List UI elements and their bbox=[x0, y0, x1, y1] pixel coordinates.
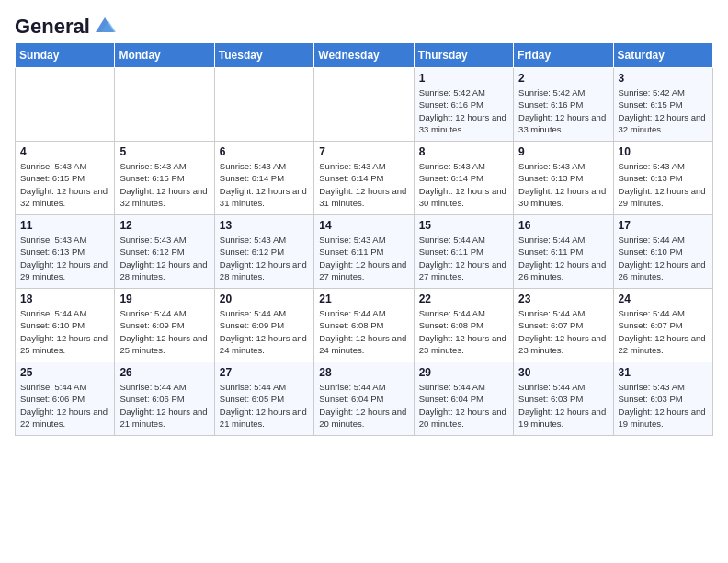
day-number: 30 bbox=[518, 366, 608, 379]
day-number: 6 bbox=[220, 145, 309, 158]
logo-icon bbox=[92, 16, 118, 36]
day-header-monday: Monday bbox=[115, 43, 214, 68]
cell-data: Sunrise: 5:44 AM Sunset: 6:04 PM Dayligh… bbox=[319, 381, 408, 430]
calendar-cell bbox=[214, 68, 313, 142]
cell-data: Sunrise: 5:43 AM Sunset: 6:12 PM Dayligh… bbox=[220, 234, 309, 282]
cell-data: Sunrise: 5:43 AM Sunset: 6:03 PM Dayligh… bbox=[619, 381, 708, 430]
cell-data: Sunrise: 5:43 AM Sunset: 6:12 PM Dayligh… bbox=[119, 234, 209, 282]
day-number: 18 bbox=[20, 293, 109, 305]
calendar-cell: 2Sunrise: 5:42 AM Sunset: 6:16 PM Daylig… bbox=[514, 68, 613, 142]
cell-data: Sunrise: 5:43 AM Sunset: 6:14 PM Dayligh… bbox=[220, 160, 309, 209]
cell-data: Sunrise: 5:43 AM Sunset: 6:14 PM Dayligh… bbox=[419, 160, 508, 209]
cell-data: Sunrise: 5:44 AM Sunset: 6:04 PM Dayligh… bbox=[419, 381, 508, 430]
day-number: 13 bbox=[220, 219, 309, 232]
day-number: 21 bbox=[319, 293, 408, 305]
day-number: 20 bbox=[220, 293, 309, 305]
cell-data: Sunrise: 5:44 AM Sunset: 6:08 PM Dayligh… bbox=[319, 307, 408, 356]
day-number: 1 bbox=[419, 72, 508, 85]
calendar-cell: 13Sunrise: 5:43 AM Sunset: 6:12 PM Dayli… bbox=[214, 215, 313, 289]
calendar-cell: 30Sunrise: 5:44 AM Sunset: 6:03 PM Dayli… bbox=[514, 362, 613, 436]
day-number: 10 bbox=[619, 145, 708, 158]
cell-data: Sunrise: 5:44 AM Sunset: 6:11 PM Dayligh… bbox=[518, 234, 608, 282]
logo: General bbox=[15, 15, 118, 35]
calendar-cell: 21Sunrise: 5:44 AM Sunset: 6:08 PM Dayli… bbox=[314, 289, 414, 362]
day-number: 11 bbox=[20, 219, 109, 232]
calendar-week-row: 1Sunrise: 5:42 AM Sunset: 6:16 PM Daylig… bbox=[16, 68, 713, 142]
cell-data: Sunrise: 5:43 AM Sunset: 6:13 PM Dayligh… bbox=[619, 160, 708, 209]
cell-data: Sunrise: 5:44 AM Sunset: 6:09 PM Dayligh… bbox=[220, 307, 309, 356]
calendar-cell: 3Sunrise: 5:42 AM Sunset: 6:15 PM Daylig… bbox=[613, 68, 712, 142]
calendar-week-row: 25Sunrise: 5:44 AM Sunset: 6:06 PM Dayli… bbox=[16, 362, 713, 436]
day-number: 19 bbox=[119, 293, 209, 305]
calendar-cell: 19Sunrise: 5:44 AM Sunset: 6:09 PM Dayli… bbox=[115, 289, 214, 362]
calendar-cell: 15Sunrise: 5:44 AM Sunset: 6:11 PM Dayli… bbox=[414, 215, 513, 289]
day-header-friday: Friday bbox=[514, 43, 613, 68]
calendar-cell: 7Sunrise: 5:43 AM Sunset: 6:14 PM Daylig… bbox=[314, 142, 414, 215]
cell-data: Sunrise: 5:44 AM Sunset: 6:03 PM Dayligh… bbox=[518, 381, 608, 430]
calendar-cell: 11Sunrise: 5:43 AM Sunset: 6:13 PM Dayli… bbox=[16, 215, 115, 289]
day-number: 5 bbox=[119, 145, 209, 158]
calendar-week-row: 11Sunrise: 5:43 AM Sunset: 6:13 PM Dayli… bbox=[16, 215, 713, 289]
calendar-cell: 8Sunrise: 5:43 AM Sunset: 6:14 PM Daylig… bbox=[414, 142, 513, 215]
calendar-header-row: SundayMondayTuesdayWednesdayThursdayFrid… bbox=[16, 43, 713, 68]
cell-data: Sunrise: 5:43 AM Sunset: 6:13 PM Dayligh… bbox=[20, 234, 109, 282]
cell-data: Sunrise: 5:44 AM Sunset: 6:09 PM Dayligh… bbox=[119, 307, 209, 356]
calendar-cell: 18Sunrise: 5:44 AM Sunset: 6:10 PM Dayli… bbox=[16, 289, 115, 362]
day-number: 3 bbox=[619, 72, 708, 85]
calendar-week-row: 18Sunrise: 5:44 AM Sunset: 6:10 PM Dayli… bbox=[16, 289, 713, 362]
day-number: 26 bbox=[119, 366, 209, 379]
cell-data: Sunrise: 5:42 AM Sunset: 6:16 PM Dayligh… bbox=[419, 86, 508, 135]
cell-data: Sunrise: 5:44 AM Sunset: 6:10 PM Dayligh… bbox=[619, 234, 708, 282]
day-number: 31 bbox=[619, 366, 708, 379]
logo-general: General bbox=[15, 15, 90, 39]
cell-data: Sunrise: 5:43 AM Sunset: 6:11 PM Dayligh… bbox=[319, 234, 408, 282]
cell-data: Sunrise: 5:44 AM Sunset: 6:06 PM Dayligh… bbox=[20, 381, 109, 430]
cell-data: Sunrise: 5:44 AM Sunset: 6:06 PM Dayligh… bbox=[119, 381, 209, 430]
day-header-saturday: Saturday bbox=[613, 43, 712, 68]
calendar-cell: 14Sunrise: 5:43 AM Sunset: 6:11 PM Dayli… bbox=[314, 215, 414, 289]
cell-data: Sunrise: 5:44 AM Sunset: 6:11 PM Dayligh… bbox=[419, 234, 508, 282]
day-number: 9 bbox=[518, 145, 608, 158]
page-header: General bbox=[15, 15, 713, 35]
calendar-cell: 23Sunrise: 5:44 AM Sunset: 6:07 PM Dayli… bbox=[514, 289, 613, 362]
calendar-cell bbox=[16, 68, 115, 142]
day-number: 24 bbox=[619, 293, 708, 305]
day-number: 17 bbox=[619, 219, 708, 232]
day-header-sunday: Sunday bbox=[16, 43, 115, 68]
calendar-cell: 27Sunrise: 5:44 AM Sunset: 6:05 PM Dayli… bbox=[214, 362, 313, 436]
cell-data: Sunrise: 5:43 AM Sunset: 6:15 PM Dayligh… bbox=[20, 160, 109, 209]
day-header-tuesday: Tuesday bbox=[214, 43, 313, 68]
calendar-cell: 31Sunrise: 5:43 AM Sunset: 6:03 PM Dayli… bbox=[613, 362, 712, 436]
calendar-table: SundayMondayTuesdayWednesdayThursdayFrid… bbox=[15, 42, 713, 436]
day-number: 16 bbox=[518, 219, 608, 232]
day-header-thursday: Thursday bbox=[414, 43, 513, 68]
day-number: 25 bbox=[20, 366, 109, 379]
day-number: 7 bbox=[319, 145, 408, 158]
cell-data: Sunrise: 5:44 AM Sunset: 6:08 PM Dayligh… bbox=[419, 307, 508, 356]
day-number: 29 bbox=[419, 366, 508, 379]
calendar-cell: 24Sunrise: 5:44 AM Sunset: 6:07 PM Dayli… bbox=[613, 289, 712, 362]
cell-data: Sunrise: 5:43 AM Sunset: 6:15 PM Dayligh… bbox=[119, 160, 209, 209]
cell-data: Sunrise: 5:42 AM Sunset: 6:16 PM Dayligh… bbox=[518, 86, 608, 135]
calendar-cell: 4Sunrise: 5:43 AM Sunset: 6:15 PM Daylig… bbox=[16, 142, 115, 215]
cell-data: Sunrise: 5:43 AM Sunset: 6:13 PM Dayligh… bbox=[518, 160, 608, 209]
day-number: 23 bbox=[518, 293, 608, 305]
day-number: 28 bbox=[319, 366, 408, 379]
cell-data: Sunrise: 5:44 AM Sunset: 6:07 PM Dayligh… bbox=[619, 307, 708, 356]
calendar-cell: 17Sunrise: 5:44 AM Sunset: 6:10 PM Dayli… bbox=[613, 215, 712, 289]
calendar-body: 1Sunrise: 5:42 AM Sunset: 6:16 PM Daylig… bbox=[16, 68, 713, 436]
calendar-cell: 28Sunrise: 5:44 AM Sunset: 6:04 PM Dayli… bbox=[314, 362, 414, 436]
day-number: 8 bbox=[419, 145, 508, 158]
calendar-cell: 26Sunrise: 5:44 AM Sunset: 6:06 PM Dayli… bbox=[115, 362, 214, 436]
calendar-cell: 10Sunrise: 5:43 AM Sunset: 6:13 PM Dayli… bbox=[613, 142, 712, 215]
day-number: 27 bbox=[220, 366, 309, 379]
day-number: 22 bbox=[419, 293, 508, 305]
cell-data: Sunrise: 5:44 AM Sunset: 6:07 PM Dayligh… bbox=[518, 307, 608, 356]
calendar-cell: 20Sunrise: 5:44 AM Sunset: 6:09 PM Dayli… bbox=[214, 289, 313, 362]
calendar-cell bbox=[314, 68, 414, 142]
calendar-cell: 16Sunrise: 5:44 AM Sunset: 6:11 PM Dayli… bbox=[514, 215, 613, 289]
cell-data: Sunrise: 5:42 AM Sunset: 6:15 PM Dayligh… bbox=[619, 86, 708, 135]
cell-data: Sunrise: 5:44 AM Sunset: 6:10 PM Dayligh… bbox=[20, 307, 109, 356]
cell-data: Sunrise: 5:44 AM Sunset: 6:05 PM Dayligh… bbox=[220, 381, 309, 430]
day-number: 14 bbox=[319, 219, 408, 232]
